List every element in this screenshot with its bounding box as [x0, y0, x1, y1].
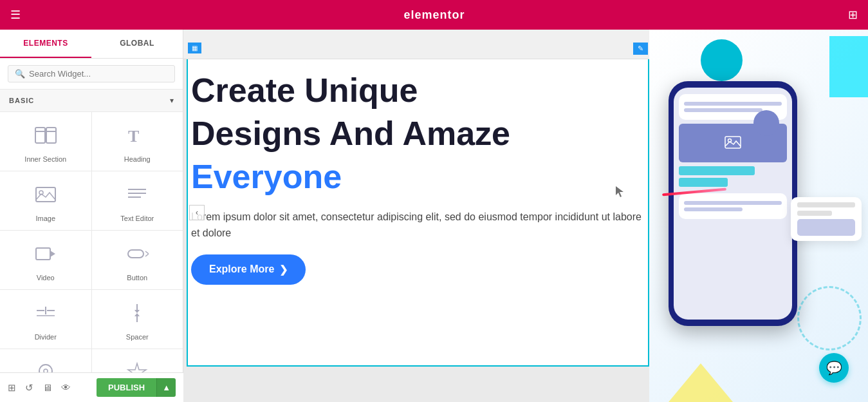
text-editor-icon — [125, 183, 149, 209]
widget-video[interactable]: Video — [0, 231, 91, 289]
inner-section-icon — [34, 124, 57, 150]
phone-line-2 — [684, 108, 762, 112]
grid-icon[interactable]: ⊞ — [848, 8, 858, 22]
right-deco — [649, 30, 868, 402]
spacer-icon — [125, 302, 149, 328]
preview-icon[interactable]: 👁 — [61, 382, 71, 393]
top-bar-left: ☰ — [10, 8, 21, 22]
phone-screen — [674, 88, 792, 320]
history-icon[interactable]: ↺ — [25, 382, 33, 394]
svg-rect-1 — [46, 128, 56, 143]
top-bar: ☰ elementor ⊞ — [0, 0, 868, 30]
responsive-icon[interactable]: 🖥 — [42, 382, 52, 393]
floating-card — [791, 197, 862, 241]
svg-rect-12 — [128, 250, 143, 258]
widget-inner-section[interactable]: Inner Section — [0, 112, 91, 171]
explore-label: Explore More — [209, 263, 274, 275]
widget-video-label: Video — [37, 274, 55, 282]
widget-inner-section-label: Inner Section — [24, 155, 66, 163]
svg-text:T: T — [128, 127, 139, 146]
widget-divider-label: Divider — [35, 333, 57, 341]
svg-rect-0 — [35, 128, 45, 143]
search-input-wrapper: 🔍 — [8, 65, 175, 82]
phone-line-4 — [684, 207, 743, 211]
phone-mockup — [669, 81, 810, 352]
heading-line1: Create Unique — [191, 72, 645, 109]
widget-divider[interactable]: Divider — [0, 290, 91, 349]
widget-text-editor[interactable]: Text Editor — [92, 171, 183, 230]
main-layout: ELEMENTS GLOBAL 🔍 BASIC ▾ — [0, 30, 868, 402]
elementor-logo: elementor — [403, 8, 465, 22]
image-icon — [34, 183, 57, 209]
section-title-basic: BASIC — [9, 97, 34, 104]
element-edit-handle[interactable]: ✎ — [633, 43, 648, 55]
bottom-icons: ⊞ ↺ 🖥 👁 — [8, 382, 71, 394]
explore-arrow-icon: ❯ — [279, 263, 288, 276]
widget-image-label: Image — [35, 215, 55, 222]
float-line-1 — [797, 202, 855, 207]
heading-everyone: Everyone — [191, 158, 645, 195]
widget-spacer-label: Spacer — [126, 333, 149, 341]
sidebar: ELEMENTS GLOBAL 🔍 BASIC ▾ — [0, 30, 183, 402]
selected-element[interactable]: ▦ ✎ Create Unique Designs And Amaze Ever… — [187, 59, 649, 367]
button-icon — [125, 242, 149, 269]
publish-btn-wrapper: PUBLISH ▲ — [97, 378, 176, 397]
element-content: Create Unique Designs And Amaze Everyone… — [188, 59, 648, 298]
element-handle-badge: ▦ — [188, 43, 201, 53]
section-header-basic: BASIC ▾ — [0, 90, 183, 112]
top-area — [183, 30, 649, 59]
widget-button[interactable]: Button — [92, 231, 183, 289]
phone-line-3 — [684, 201, 782, 205]
widget-heading-label: Heading — [124, 155, 151, 163]
phone-teal-bars — [679, 166, 787, 187]
element-top-handle: ▦ — [188, 43, 201, 53]
nav-arrow-left[interactable]: ‹ — [189, 205, 205, 220]
deco-circle-teal — [701, 39, 743, 81]
heading-line2: Designs And Amaze — [191, 115, 645, 152]
video-icon — [34, 242, 57, 269]
svg-rect-5 — [36, 187, 55, 202]
float-line-2 — [797, 211, 832, 216]
edit-pencil-icon: ✎ — [638, 44, 643, 53]
publish-dropdown-button[interactable]: ▲ — [156, 378, 176, 397]
widget-image[interactable]: Image — [0, 171, 91, 230]
layers-icon[interactable]: ⊞ — [8, 382, 16, 394]
explore-more-button[interactable]: Explore More ❯ — [191, 254, 306, 285]
search-icon: 🔍 — [15, 69, 25, 79]
canvas-area[interactable]: ▦ ✎ Create Unique Designs And Amaze Ever… — [183, 30, 868, 402]
handle-grid-icon: ▦ — [192, 44, 198, 52]
svg-rect-10 — [36, 248, 50, 260]
phone-teal-bar-1 — [679, 166, 755, 175]
hamburger-icon[interactable]: ☰ — [10, 8, 21, 22]
tab-global[interactable]: GLOBAL — [91, 30, 183, 58]
widget-text-editor-label: Text Editor — [120, 215, 154, 222]
section-toggle-basic[interactable]: ▾ — [170, 96, 174, 105]
phone-outer — [669, 81, 797, 326]
svg-marker-18 — [134, 310, 140, 313]
publish-button[interactable]: PUBLISH — [97, 378, 156, 397]
phone-teal-bar-2 — [679, 178, 728, 187]
body-text: Lorem ipsum dolor sit amet, consectetur … — [191, 209, 645, 242]
divider-icon — [34, 302, 57, 328]
phone-line-1 — [684, 102, 782, 106]
widget-button-label: Button — [127, 274, 147, 282]
sidebar-tabs: ELEMENTS GLOBAL — [0, 30, 183, 59]
bottom-bar: ⊞ ↺ 🖥 👁 PUBLISH ▲ — [0, 372, 183, 402]
heading-icon: T — [125, 124, 149, 150]
svg-marker-11 — [50, 251, 55, 257]
widget-spacer[interactable]: Spacer — [92, 290, 183, 349]
svg-rect-23 — [725, 137, 741, 148]
deco-triangle — [669, 363, 733, 402]
chat-icon: 💬 — [826, 360, 842, 376]
phone-ui-card-2 — [679, 193, 787, 219]
phone-avatar — [753, 110, 779, 136]
tab-elements[interactable]: ELEMENTS — [0, 30, 91, 58]
search-bar: 🔍 — [0, 59, 183, 90]
deco-circle-outline — [797, 286, 862, 350]
chat-bubble-button[interactable]: 💬 — [819, 353, 849, 383]
search-input[interactable] — [29, 69, 168, 79]
deco-rect-cyan — [829, 36, 868, 97]
widget-heading[interactable]: T Heading — [92, 112, 183, 171]
widgets-grid: Inner Section T Heading — [0, 112, 183, 402]
float-img — [797, 219, 855, 236]
